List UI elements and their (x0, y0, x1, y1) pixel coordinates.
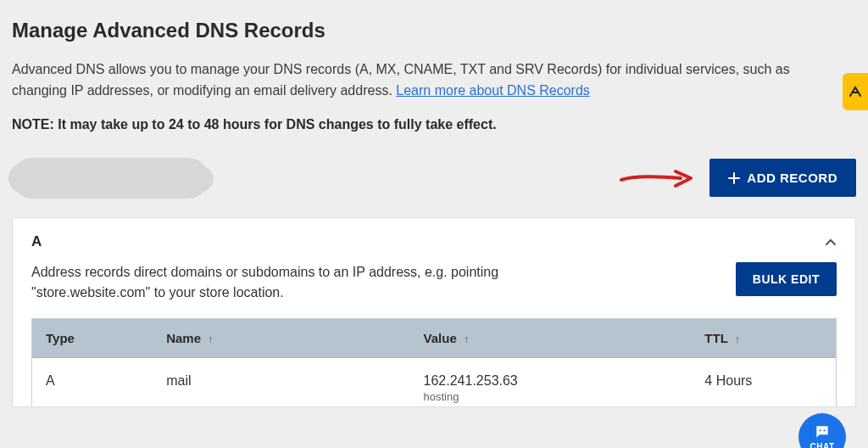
plus-icon (728, 172, 740, 184)
side-tab-accessibility[interactable] (843, 73, 868, 110)
intro-text: Advanced DNS allows you to manage your D… (12, 59, 826, 102)
annotation-arrow (618, 165, 694, 191)
svg-point-0 (819, 429, 821, 431)
col-ttl[interactable]: TTL ↑ (691, 319, 836, 358)
cell-type: A (32, 357, 153, 406)
sort-arrow-up-icon: ↑ (208, 333, 213, 345)
svg-point-1 (823, 429, 825, 431)
col-name[interactable]: Name ↑ (153, 319, 409, 358)
bulk-edit-button[interactable]: BULK EDIT (736, 262, 837, 296)
chevron-up-icon (825, 238, 837, 246)
chat-label: CHAT (810, 442, 834, 449)
page-title: Manage Advanced DNS Records (12, 19, 856, 42)
section-a-description: Address records direct domains or subdom… (31, 262, 608, 303)
collapse-toggle[interactable] (825, 235, 837, 249)
col-type[interactable]: Type (32, 319, 153, 358)
cell-ttl: 4 Hours (691, 357, 836, 406)
chat-icon (814, 423, 831, 440)
a-records-table-wrap: Type Name ↑ Value ↑ TTL ↑ (31, 318, 837, 406)
learn-more-link[interactable]: Learn more about DNS Records (396, 83, 590, 98)
sort-arrow-up-icon: ↑ (735, 333, 740, 345)
add-record-button[interactable]: ADD RECORD (709, 159, 856, 197)
a-records-card: A Address records direct domains or subd… (12, 217, 856, 407)
a-records-table: Type Name ↑ Value ↑ TTL ↑ (32, 319, 836, 406)
col-value[interactable]: Value ↑ (410, 319, 692, 358)
cell-value-sub: hosting (424, 390, 678, 403)
table-row[interactable]: A mail 162.241.253.63 hosting 4 Hours (32, 357, 836, 406)
section-letter-a: A (31, 233, 42, 250)
add-record-label: ADD RECORD (747, 171, 837, 185)
chat-button[interactable]: CHAT (798, 413, 846, 448)
accessibility-icon (848, 84, 863, 99)
note-text: NOTE: It may take up to 24 to 48 hours f… (12, 117, 856, 132)
cell-value: 162.241.253.63 hosting (410, 357, 692, 406)
sort-arrow-up-icon: ↑ (464, 333, 469, 345)
redacted-domain-blob (12, 158, 209, 199)
cell-name: mail (153, 357, 409, 406)
